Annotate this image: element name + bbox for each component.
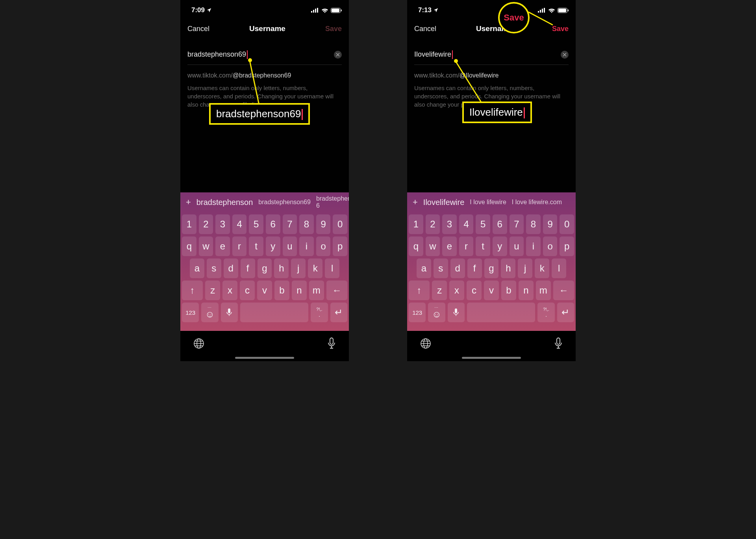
key-y[interactable]: y [266,236,280,256]
key-t[interactable]: t [476,236,490,256]
key-space[interactable] [240,303,308,322]
globe-icon[interactable] [193,338,205,349]
mic-icon[interactable] [327,337,336,350]
key-f[interactable]: f [467,258,482,278]
key-h[interactable]: h [274,258,289,278]
key-5[interactable]: 5 [476,214,490,234]
key-e[interactable]: e [442,236,457,256]
key-5[interactable]: 5 [249,214,263,234]
key-↑[interactable]: ↑ [182,281,203,300]
key-w[interactable]: w [426,236,440,256]
key-i[interactable]: i [526,236,541,256]
clear-icon[interactable] [561,51,569,59]
key-7[interactable]: 7 [283,214,297,234]
key-o[interactable]: o [543,236,558,256]
key-punct[interactable]: ?!,.. [311,303,328,322]
key-emoji[interactable]: ⋯☺ [201,303,218,322]
key-2[interactable]: 2 [426,214,440,234]
clear-icon[interactable] [334,51,342,59]
key-mic[interactable] [448,303,465,322]
key-6[interactable]: 6 [493,214,507,234]
key-s[interactable]: s [434,258,448,278]
suggestion-alt[interactable]: bradstephenson 6 [316,195,349,209]
save-button[interactable]: Save [325,25,342,33]
key-↑[interactable]: ↑ [409,281,430,300]
key-1[interactable]: 1 [182,214,196,234]
key-4[interactable]: 4 [459,214,474,234]
username-input-row[interactable]: Ilovelifewire [414,50,569,65]
key-7[interactable]: 7 [510,214,524,234]
key-x[interactable]: x [222,281,237,300]
key-d[interactable]: d [450,258,465,278]
key-p[interactable]: p [333,236,347,256]
key-g[interactable]: g [484,258,499,278]
key-j[interactable]: j [518,258,532,278]
save-button[interactable]: Save [552,25,569,33]
key-b[interactable]: b [274,281,289,300]
key-l[interactable]: l [325,258,339,278]
key-y[interactable]: y [493,236,507,256]
key-t[interactable]: t [249,236,263,256]
key-123[interactable]: 123 [182,303,199,322]
key-m[interactable]: m [309,281,324,300]
keyboard[interactable]: + Ilovelifewire I love lifewire I love l… [407,192,576,331]
username-input-row[interactable]: bradstephenson69 [187,50,342,65]
key-g[interactable]: g [258,258,272,278]
key-8[interactable]: 8 [299,214,314,234]
key-mic[interactable] [221,303,238,322]
key-m[interactable]: m [536,281,551,300]
key-n[interactable]: n [519,281,534,300]
suggestion-main[interactable]: Ilovelifewire [423,198,464,207]
key-l[interactable]: l [552,258,566,278]
globe-icon[interactable] [420,338,432,349]
cancel-button[interactable]: Cancel [414,25,436,33]
key-x[interactable]: x [449,281,464,300]
key-o[interactable]: o [316,236,331,256]
key-d[interactable]: d [224,258,238,278]
key-4[interactable]: 4 [232,214,247,234]
suggestion-add-icon[interactable]: + [413,197,418,207]
key-9[interactable]: 9 [316,214,331,234]
key-3[interactable]: 3 [215,214,230,234]
key-v[interactable]: v [484,281,499,300]
key-k[interactable]: k [308,258,322,278]
key-k[interactable]: k [535,258,549,278]
key-s[interactable]: s [207,258,221,278]
key-q[interactable]: q [409,236,423,256]
suggestion-main[interactable]: bradstephenson [196,198,253,207]
key-c[interactable]: c [467,281,482,300]
suggestion-alt[interactable]: I love lifewire [470,199,506,206]
key-e[interactable]: e [215,236,230,256]
key-0[interactable]: 0 [333,214,347,234]
key-z[interactable]: z [205,281,220,300]
suggestion-bar[interactable]: + bradstephenson bradstephenson69 bradst… [182,192,347,212]
key-r[interactable]: r [459,236,474,256]
suggestion-bar[interactable]: + Ilovelifewire I love lifewire I love l… [409,192,574,212]
key-return[interactable]: ↵ [557,303,574,322]
home-indicator[interactable] [462,357,521,359]
cancel-button[interactable]: Cancel [187,25,209,33]
key-v[interactable]: v [257,281,272,300]
key-1[interactable]: 1 [409,214,423,234]
key-a[interactable]: a [190,258,204,278]
key-9[interactable]: 9 [543,214,558,234]
key-a[interactable]: a [417,258,431,278]
key-123[interactable]: 123 [409,303,426,322]
key-c[interactable]: c [240,281,255,300]
suggestion-add-icon[interactable]: + [186,197,191,207]
key-w[interactable]: w [199,236,213,256]
key-emoji[interactable]: ⋯☺ [428,303,445,322]
key-3[interactable]: 3 [442,214,457,234]
key-8[interactable]: 8 [526,214,541,234]
key-r[interactable]: r [232,236,247,256]
key-punct[interactable]: ?!,.. [537,303,554,322]
suggestion-alt[interactable]: I love lifewire.com [512,199,562,206]
key-f[interactable]: f [241,258,255,278]
key-u[interactable]: u [283,236,297,256]
key-b[interactable]: b [501,281,516,300]
key-return[interactable]: ↵ [330,303,347,322]
key-2[interactable]: 2 [199,214,213,234]
mic-icon[interactable] [554,337,563,350]
key-u[interactable]: u [510,236,524,256]
key-p[interactable]: p [560,236,574,256]
